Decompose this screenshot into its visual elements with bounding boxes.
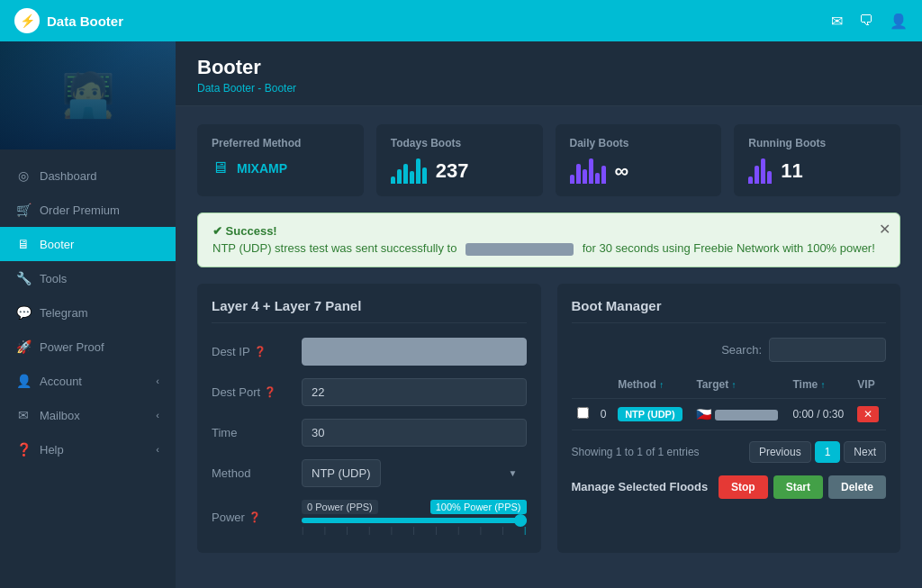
- row-checkbox[interactable]: [577, 407, 589, 419]
- slider-fill: [302, 518, 527, 523]
- delete-button[interactable]: Delete: [828, 475, 886, 499]
- bar: [595, 173, 600, 184]
- pagination-row: Showing 1 to 1 of 1 entries Previous 1 N…: [572, 441, 887, 463]
- sidebar-item-account[interactable]: 👤 Account ‹: [0, 364, 176, 398]
- close-icon[interactable]: ✕: [879, 221, 890, 238]
- dest-ip-label: Dest IP ❓: [212, 345, 293, 358]
- sidebar-item-label: Dashboard: [40, 169, 97, 183]
- dest-port-label: Dest Port ❓: [212, 385, 293, 399]
- app-logo: ⚡ Data Booter: [14, 8, 123, 33]
- stat-card-daily-boots: Daily Boots ∞: [556, 124, 722, 196]
- power-label: Power ❓: [212, 511, 293, 524]
- stat-value: 🖥 MIXAMP: [212, 158, 349, 177]
- slider-thumb[interactable]: [514, 514, 527, 527]
- th-target: Target ↑: [691, 371, 787, 399]
- bar: [761, 158, 765, 184]
- sidebar-hero: 🧑‍💻: [0, 41, 176, 149]
- row-delete-button[interactable]: ✕: [857, 406, 879, 422]
- top-navbar: ⚡ Data Booter ✉ 🗨 👤: [0, 0, 922, 41]
- alert-success: ✔ Success! NTP (UDP) stress test was sen…: [197, 213, 900, 267]
- alert-message: NTP (UDP) stress test was sent successfu…: [212, 241, 885, 256]
- stat-number: ∞: [615, 159, 629, 183]
- sidebar-item-order-premium[interactable]: 🛒 Order Premium: [0, 193, 176, 227]
- redacted-ip: [466, 243, 574, 256]
- dest-port-row: Dest Port ❓: [212, 378, 527, 406]
- search-row: Search:: [572, 338, 887, 362]
- sidebar-item-mailbox[interactable]: ✉ Mailbox ‹: [0, 398, 176, 432]
- sidebar-item-dashboard[interactable]: ◎ Dashboard: [0, 158, 176, 193]
- row-method: NTP (UDP): [612, 398, 691, 430]
- help-icon: ❓: [254, 346, 267, 357]
- stat-value: 237: [391, 158, 529, 184]
- power-slider-container: 0 Power (PPS) 100% Power (PPS) | |: [302, 500, 527, 535]
- chevron-left-icon: ‹: [156, 375, 159, 386]
- power-max-label: 100% Power (PPS): [430, 500, 527, 514]
- dest-ip-row: Dest IP ❓: [212, 338, 527, 366]
- sidebar-item-telegram[interactable]: 💬 Telegram: [0, 295, 176, 330]
- bar: [391, 176, 395, 184]
- dashboard-icon: ◎: [16, 168, 31, 183]
- bar: [589, 158, 593, 184]
- help-icon: ❓: [16, 442, 31, 457]
- bar-chart-today: [391, 158, 427, 184]
- sort-arrow-icon: ↑: [821, 380, 826, 390]
- target-redacted: [715, 410, 778, 421]
- chat-icon[interactable]: 🗨: [859, 13, 873, 29]
- monitor-stat-icon: 🖥: [212, 158, 228, 177]
- stat-card-running-boots: Running Boots 11: [734, 124, 900, 196]
- stat-label: Daily Boots: [570, 137, 708, 149]
- sidebar-item-help[interactable]: ❓ Help ‹: [0, 432, 176, 466]
- breadcrumb: Data Booter - Booter: [197, 82, 900, 95]
- stat-mixamp: MIXAMP: [237, 161, 287, 176]
- app-name: Data Booter: [47, 14, 123, 29]
- row-time: 0:00 / 0:30: [787, 398, 852, 430]
- rocket-icon: 🚀: [16, 339, 31, 354]
- bar: [397, 169, 402, 184]
- th-time: Time ↑: [787, 371, 852, 399]
- tools-icon: 🔧: [16, 271, 31, 285]
- prev-button[interactable]: Previous: [749, 441, 811, 463]
- th-num: [595, 371, 613, 399]
- bar: [416, 158, 420, 184]
- dest-port-input[interactable]: [302, 378, 527, 406]
- page-1-button[interactable]: 1: [815, 441, 841, 463]
- sidebar-item-tools[interactable]: 🔧 Tools: [0, 261, 176, 295]
- stat-number: 237: [436, 159, 469, 183]
- sidebar: 🧑‍💻 ◎ Dashboard 🛒 Order Premium 🖥 Booter…: [0, 41, 176, 588]
- sort-arrow-icon: ↑: [659, 380, 664, 390]
- bar: [403, 164, 408, 184]
- pagination-buttons: Previous 1 Next: [749, 441, 886, 463]
- time-label: Time: [212, 426, 293, 439]
- start-button[interactable]: Start: [773, 475, 823, 499]
- dest-ip-input[interactable]: [302, 338, 527, 366]
- sidebar-item-label: Account: [40, 375, 82, 388]
- help-icon: ❓: [249, 511, 261, 523]
- sort-arrow-icon: ↑: [732, 380, 737, 390]
- th-method: Method ↑: [612, 371, 691, 399]
- bar: [422, 167, 427, 184]
- logo-icon: ⚡: [14, 8, 40, 33]
- next-button[interactable]: Next: [844, 441, 886, 463]
- sidebar-item-booter[interactable]: 🖥 Booter: [0, 227, 176, 261]
- user-icon[interactable]: 👤: [890, 13, 908, 30]
- boot-table: Method ↑ Target ↑ Time ↑: [572, 371, 887, 430]
- mail-icon[interactable]: ✉: [831, 13, 843, 30]
- bar: [767, 171, 772, 184]
- power-min-label: 0 Power (PPS): [302, 500, 378, 514]
- search-input[interactable]: [769, 338, 886, 362]
- stat-label: Todays Boots: [391, 137, 529, 149]
- table-row: 0 NTP (UDP) 🇨🇿 0:00 / 0:30: [572, 398, 887, 430]
- method-badge: NTP (UDP): [618, 407, 682, 421]
- boot-manager-title: Boot Manager: [572, 298, 887, 323]
- monitor-icon: 🖥: [16, 237, 31, 251]
- alert-title: ✔ Success!: [212, 224, 885, 238]
- th-vip: VIP: [852, 371, 886, 399]
- bar: [755, 166, 759, 184]
- stat-label: Running Boots: [748, 137, 886, 149]
- stop-button[interactable]: Stop: [719, 475, 768, 499]
- stat-value: ∞: [570, 158, 708, 184]
- nav-icons: ✉ 🗨 👤: [831, 13, 908, 30]
- method-select[interactable]: NTP (UDP) HTTP HTTPS: [302, 459, 381, 487]
- time-input[interactable]: [302, 419, 527, 447]
- sidebar-item-power-proof[interactable]: 🚀 Power Proof: [0, 330, 176, 364]
